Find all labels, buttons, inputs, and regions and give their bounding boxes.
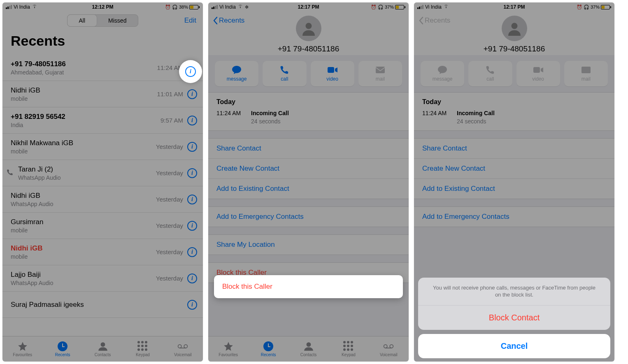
call-row[interactable]: +91 79-48051186Ahmedabad, Gujarat11:24 A…: [2, 55, 203, 81]
keypad-icon: [343, 341, 354, 352]
action-video[interactable]: video: [311, 61, 354, 86]
tab-contacts[interactable]: Contacts: [83, 336, 123, 362]
call-log-entry: 11:24 AM Incoming Call 24 seconds: [216, 110, 400, 125]
tab-favourites[interactable]: Favourites: [2, 336, 42, 362]
battery-percent: 37%: [591, 5, 600, 9]
wifi-icon: [443, 4, 449, 10]
status-bar: Vi India 12:17 PM ⏰ 🎧 37%: [414, 2, 614, 12]
person-icon: [303, 341, 314, 352]
info-button[interactable]: i: [187, 116, 197, 125]
info-button[interactable]: i: [187, 274, 197, 283]
phone-icon: [486, 65, 495, 74]
call-subtitle: WhatsApp Audio: [18, 174, 156, 181]
action-row: message call video mail: [208, 55, 409, 92]
log-time: 11:24 AM: [216, 110, 246, 125]
nav-bar: Recents: [414, 12, 614, 30]
log-duration: 24 seconds: [457, 118, 495, 125]
call-title: Nikhil Makwana iGB: [11, 139, 156, 147]
action-call[interactable]: call: [263, 61, 306, 86]
call-title: Suraj Padmasali igeeks: [11, 301, 183, 309]
create-contact-row[interactable]: Create New Contact: [208, 159, 409, 179]
alarm-icon: ⏰: [577, 5, 582, 10]
call-log-entry: 11:24 AM Incoming Call24 seconds: [422, 110, 606, 125]
tab-label: Favourites: [13, 352, 32, 357]
add-existing-row[interactable]: Add to Existing Contact: [208, 179, 409, 199]
action-video: video: [516, 61, 560, 86]
block-caller-row[interactable]: Block this Caller: [214, 275, 403, 298]
emergency-row[interactable]: Add to Emergency Contacts: [208, 207, 409, 227]
segmented-control[interactable]: All Missed: [67, 14, 139, 27]
share-location-row[interactable]: Share My Location: [208, 235, 409, 255]
action-call: call: [468, 61, 512, 86]
edit-button[interactable]: Edit: [184, 16, 196, 25]
segment-all[interactable]: All: [67, 15, 97, 26]
info-button[interactable]: i: [187, 142, 197, 152]
svg-point-2: [184, 345, 188, 348]
voicemail-icon: [383, 341, 394, 352]
keypad-icon: [137, 341, 148, 352]
today-heading: Today: [216, 98, 400, 106]
battery-percent: 38%: [179, 5, 188, 9]
tab-label: Voicemail: [174, 352, 192, 357]
call-row[interactable]: GursimranmobileYesterdayi: [2, 213, 203, 239]
share-contact-row[interactable]: Share Contact: [208, 139, 409, 159]
call-time: Yesterday: [156, 275, 183, 282]
call-list[interactable]: +91 79-48051186Ahmedabad, Gujarat11:24 A…: [2, 55, 203, 318]
info-button[interactable]: i: [187, 195, 197, 204]
back-label: Recents: [425, 16, 450, 25]
tab-label: Recents: [55, 352, 70, 357]
call-row[interactable]: Nidhi iGBmobileYesterdayi: [2, 239, 203, 265]
call-row[interactable]: Suraj Padmasali igeeksi: [2, 292, 203, 318]
call-time: Yesterday: [156, 196, 183, 203]
tab-recents[interactable]: Recents: [248, 336, 288, 362]
call-row[interactable]: Nidhi iGBmobile11:01 AMi: [2, 81, 203, 107]
emergency-card: Add to Emergency Contacts: [208, 206, 409, 227]
action-label: call: [486, 76, 494, 82]
tab-recents[interactable]: Recents: [42, 336, 82, 362]
segment-missed[interactable]: Missed: [97, 15, 138, 26]
info-button[interactable]: i: [187, 89, 197, 99]
sheet-card: You will not receive phone calls, messag…: [418, 278, 610, 330]
call-row[interactable]: Lajjo BaijiWhatsApp AudioYesterdayi: [2, 265, 203, 292]
info-button-highlighted[interactable]: i: [179, 60, 202, 83]
call-row[interactable]: Nidhi iGBWhatsApp AudioYesterdayi: [2, 186, 203, 213]
chevron-left-icon: [212, 16, 218, 25]
mail-icon: [581, 65, 591, 74]
action-message[interactable]: message: [215, 61, 258, 86]
call-time: Yesterday: [156, 169, 183, 176]
tab-favourites[interactable]: Favourites: [208, 336, 248, 362]
svg-point-7: [306, 342, 311, 347]
info-button[interactable]: i: [187, 168, 197, 178]
contact-actions-card: Share Contact Create New Contact Add to …: [208, 138, 409, 199]
tab-voicemail[interactable]: Voicemail: [163, 336, 203, 362]
back-button[interactable]: Recents: [212, 16, 244, 25]
cancel-button[interactable]: Cancel: [418, 334, 610, 358]
call-row[interactable]: Taran Ji (2)WhatsApp AudioYesterdayi: [2, 160, 203, 186]
share-contact-row: Share Contact: [414, 139, 614, 159]
call-title: Nidhi iGB: [11, 244, 156, 253]
call-subtitle: mobile: [11, 253, 156, 260]
signal-icon: [212, 5, 218, 9]
call-time: Yesterday: [156, 222, 183, 229]
call-subtitle: mobile: [11, 227, 156, 234]
wifi-icon: [237, 4, 243, 10]
info-button[interactable]: i: [187, 300, 197, 310]
status-bar: Vi India 12:12 PM ⏰ 🎧 38%: [2, 2, 203, 12]
tab-keypad[interactable]: Keypad: [328, 336, 368, 362]
contact-number: +91 79-48051186: [414, 44, 614, 53]
info-button[interactable]: i: [187, 221, 197, 231]
call-row[interactable]: +91 82919 56542India9:57 AMi: [2, 107, 203, 134]
headphones-icon: 🎧: [378, 5, 384, 10]
nav-bar: Recents: [208, 12, 409, 30]
action-label: message: [227, 76, 247, 82]
tab-contacts[interactable]: Contacts: [288, 336, 328, 362]
call-log-card: Today 11:24 AM Incoming Call24 seconds: [414, 92, 614, 131]
block-action-sheet: You will not receive phone calls, messag…: [418, 278, 610, 358]
svg-rect-12: [533, 67, 540, 73]
info-button[interactable]: i: [187, 247, 197, 257]
tab-voicemail[interactable]: Voicemail: [369, 336, 409, 362]
call-row[interactable]: Nikhil Makwana iGBmobileYesterdayi: [2, 134, 203, 160]
carrier-label: Vi India: [14, 4, 30, 10]
tab-keypad[interactable]: Keypad: [123, 336, 163, 362]
block-contact-button[interactable]: Block Contact: [418, 306, 610, 330]
